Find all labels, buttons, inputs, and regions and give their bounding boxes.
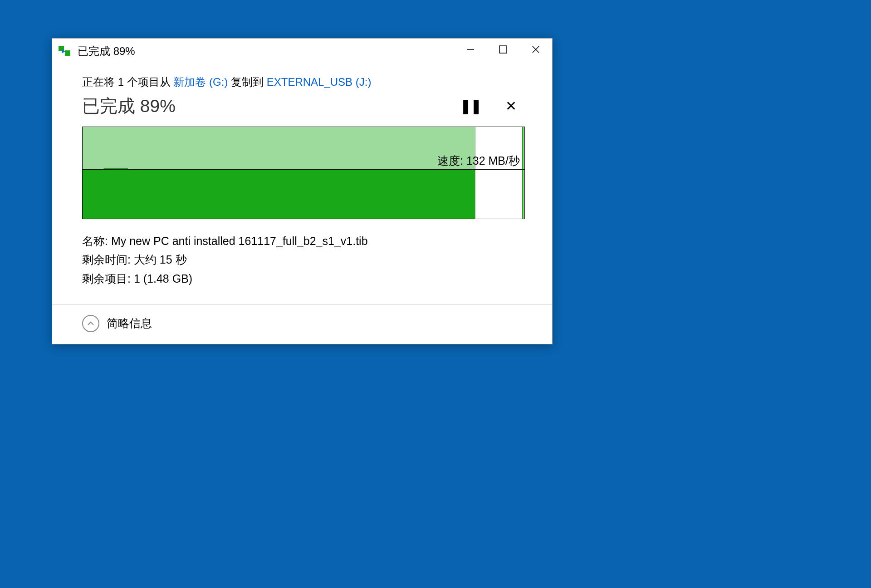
- window-title: 已完成 89%: [78, 44, 454, 59]
- collapse-toggle[interactable]: [82, 315, 99, 332]
- copy-mid: 复制到: [228, 76, 266, 88]
- details-block: 名称: My new PC anti installed 161117_full…: [82, 232, 522, 301]
- chart-lower-fill: [83, 169, 475, 219]
- chart-gridline: [475, 127, 476, 219]
- chevron-up-icon: [87, 320, 94, 327]
- speed-label: 速度: 132 MB/秒: [437, 153, 520, 168]
- detail-time-label: 剩余时间:: [82, 253, 134, 266]
- detail-items-value: 1 (1.48 GB): [134, 272, 192, 285]
- detail-name-row: 名称: My new PC anti installed 161117_full…: [82, 232, 522, 250]
- progress-row: 已完成 89% ❚❚ ✕: [82, 94, 522, 118]
- cancel-button[interactable]: ✕: [505, 99, 517, 113]
- chart-upper-fill: [83, 127, 475, 169]
- minimize-button[interactable]: [454, 39, 487, 60]
- dialog-footer: 简略信息: [52, 304, 552, 344]
- copy-dialog: 已完成 89% 正在将 1 个项目从 新加卷 (G:) 复制到 EXTERNAL…: [52, 38, 553, 344]
- action-buttons: ❚❚ ✕: [460, 99, 522, 113]
- detail-items-label: 剩余项目:: [82, 272, 134, 285]
- title-bar[interactable]: 已完成 89%: [52, 39, 552, 64]
- chart-right-edge: [522, 127, 524, 219]
- close-button[interactable]: [519, 39, 552, 60]
- dialog-content: 正在将 1 个项目从 新加卷 (G:) 复制到 EXTERNAL_USB (J:…: [52, 64, 552, 304]
- copy-description: 正在将 1 个项目从 新加卷 (G:) 复制到 EXTERNAL_USB (J:…: [82, 75, 522, 89]
- window-controls: [454, 39, 552, 64]
- copy-icon: [59, 46, 71, 57]
- chart-average-line: [83, 169, 524, 170]
- dest-link[interactable]: EXTERNAL_USB (J:): [267, 76, 372, 88]
- detail-time-value: 大约 15 秒: [134, 253, 187, 266]
- collapse-label[interactable]: 简略信息: [107, 316, 152, 331]
- detail-name-value: My new PC anti installed 161117_full_b2_…: [111, 235, 368, 247]
- detail-items-row: 剩余项目: 1 (1.48 GB): [82, 270, 522, 288]
- svg-rect-1: [499, 46, 507, 53]
- pause-button[interactable]: ❚❚: [460, 99, 481, 113]
- maximize-button[interactable]: [487, 39, 519, 60]
- progress-label: 已完成 89%: [82, 94, 176, 118]
- detail-time-row: 剩余时间: 大约 15 秒: [82, 250, 522, 269]
- speed-chart: 速度: 132 MB/秒: [82, 127, 525, 219]
- copy-prefix: 正在将 1 个项目从: [82, 76, 173, 88]
- detail-name-label: 名称:: [82, 235, 111, 247]
- source-link[interactable]: 新加卷 (G:): [173, 76, 228, 88]
